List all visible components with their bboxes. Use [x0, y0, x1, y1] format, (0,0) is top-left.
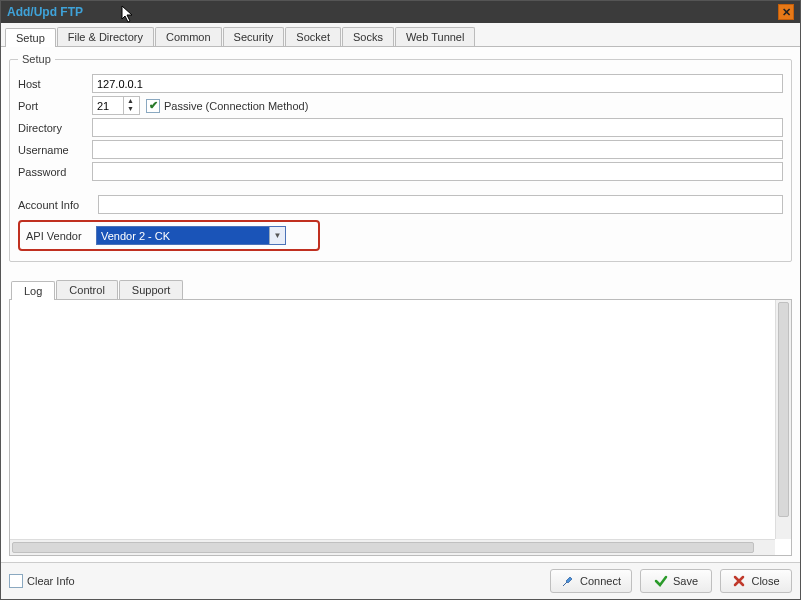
button-label: Save — [673, 575, 698, 587]
window: Add/Upd FTP ✕ Setup File & Directory Com… — [0, 0, 801, 600]
tab-socks[interactable]: Socks — [342, 27, 394, 46]
passive-label: Passive (Connection Method) — [164, 100, 308, 112]
port-stepper[interactable]: ▲ ▼ — [92, 96, 140, 115]
password-field[interactable] — [92, 162, 783, 181]
passive-checkbox[interactable]: ✔ Passive (Connection Method) — [146, 99, 308, 113]
port-label: Port — [18, 100, 86, 112]
tab-body: Setup Host Port ▲ ▼ ✔ Passive (Connectio… — [1, 47, 800, 562]
host-label: Host — [18, 78, 86, 90]
chevron-down-icon[interactable]: ▼ — [124, 105, 137, 113]
tab-label: Common — [166, 31, 211, 43]
titlebar: Add/Upd FTP ✕ — [1, 1, 800, 23]
directory-label: Directory — [18, 122, 86, 134]
tab-web-tunnel[interactable]: Web Tunnel — [395, 27, 476, 46]
button-label: Connect — [580, 575, 621, 587]
api-vendor-label: API Vendor — [26, 230, 96, 242]
chevron-up-icon[interactable]: ▲ — [124, 97, 137, 105]
sub-tab-log[interactable]: Log — [11, 281, 55, 300]
account-info-field[interactable] — [98, 195, 783, 214]
sub-tab-label: Support — [132, 284, 171, 296]
api-vendor-select[interactable]: Vendor 2 - CK ▼ — [96, 226, 286, 245]
port-field[interactable] — [93, 97, 123, 114]
close-button[interactable]: Close — [720, 569, 792, 593]
clear-info-checkbox[interactable]: ✔ Clear Info — [9, 574, 75, 588]
tab-file-directory[interactable]: File & Directory — [57, 27, 154, 46]
log-area[interactable] — [9, 300, 792, 556]
clear-info-label: Clear Info — [27, 575, 75, 587]
tab-label: Security — [234, 31, 274, 43]
save-button[interactable]: Save — [640, 569, 712, 593]
directory-field[interactable] — [92, 118, 783, 137]
button-label: Close — [751, 575, 779, 587]
sub-tab-support[interactable]: Support — [119, 280, 184, 299]
tab-label: Socket — [296, 31, 330, 43]
sub-tab-label: Control — [69, 284, 104, 296]
sub-tab-control[interactable]: Control — [56, 280, 117, 299]
username-field[interactable] — [92, 140, 783, 159]
host-field[interactable] — [92, 74, 783, 93]
chevron-down-icon: ▼ — [269, 227, 285, 244]
tab-setup[interactable]: Setup — [5, 28, 56, 47]
setup-group: Setup Host Port ▲ ▼ ✔ Passive (Connectio… — [9, 53, 792, 262]
mouse-cursor-icon — [121, 5, 135, 23]
checkbox-box: ✔ — [9, 574, 23, 588]
horizontal-scrollbar[interactable] — [10, 539, 775, 555]
check-icon — [654, 574, 668, 588]
username-label: Username — [18, 144, 86, 156]
tab-label: Web Tunnel — [406, 31, 465, 43]
window-close-button[interactable]: ✕ — [778, 4, 794, 20]
plug-icon — [561, 574, 575, 588]
sub-tab-label: Log — [24, 285, 42, 297]
main-tabs: Setup File & Directory Common Security S… — [1, 23, 800, 47]
setup-legend: Setup — [18, 53, 55, 65]
account-info-label: Account Info — [18, 199, 92, 211]
x-icon — [732, 574, 746, 588]
api-vendor-value: Vendor 2 - CK — [97, 227, 269, 244]
tab-label: File & Directory — [68, 31, 143, 43]
scrollbar-thumb[interactable] — [778, 302, 789, 517]
api-vendor-row: API Vendor Vendor 2 - CK ▼ — [18, 220, 320, 251]
bottom-bar: ✔ Clear Info Connect Save Close — [1, 562, 800, 599]
tab-label: Socks — [353, 31, 383, 43]
tab-security[interactable]: Security — [223, 27, 285, 46]
port-spin-arrows[interactable]: ▲ ▼ — [123, 97, 137, 114]
tab-socket[interactable]: Socket — [285, 27, 341, 46]
tab-label: Setup — [16, 32, 45, 44]
window-title: Add/Upd FTP — [7, 5, 83, 19]
checkbox-box: ✔ — [146, 99, 160, 113]
tab-common[interactable]: Common — [155, 27, 222, 46]
vertical-scrollbar[interactable] — [775, 300, 791, 539]
connect-button[interactable]: Connect — [550, 569, 632, 593]
sub-tabs: Log Control Support — [9, 280, 792, 300]
scrollbar-thumb[interactable] — [12, 542, 754, 553]
password-label: Password — [18, 166, 86, 178]
